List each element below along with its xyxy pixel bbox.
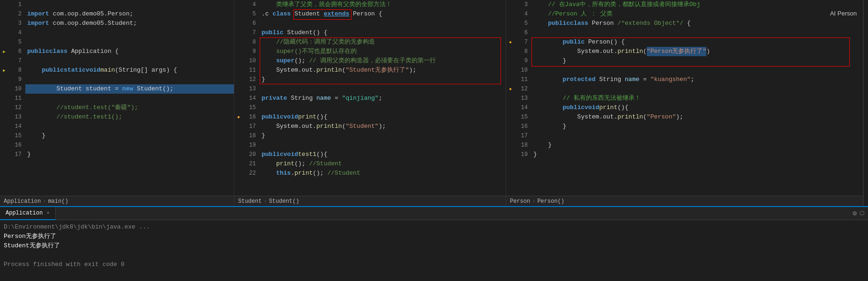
code-line: } (25, 150, 234, 159)
ln-5: 5 (10, 37, 22, 47)
mln-17: 17 (245, 122, 256, 131)
code-line: } (531, 150, 863, 159)
code-line: //隐藏代码：调用了父类的无参构造 (260, 37, 506, 47)
breadcrumb-sep-mid: › (263, 198, 267, 205)
code-line: } (531, 56, 863, 66)
mln-4: 4 (245, 0, 256, 9)
rsi-1 (506, 0, 515, 9)
right-scrollbar[interactable] (863, 0, 868, 206)
rln-15: 15 (516, 112, 528, 122)
code-line (25, 28, 234, 37)
code-line (25, 94, 234, 103)
output-line-student: Student无参执行了 (4, 241, 864, 250)
rsi-5: ● (506, 37, 515, 47)
rln-11: 11 (516, 75, 528, 84)
breadcrumb-student: Student (238, 198, 262, 205)
left-pane-footer: Application › main() (0, 196, 234, 206)
mid-si-9 (234, 75, 243, 84)
rln-12: 12 (516, 84, 528, 94)
mid-si-8 (234, 66, 243, 75)
rsi-9 (506, 75, 515, 84)
mln-13: 13 (245, 84, 256, 94)
tab-application-label: Application (6, 210, 43, 216)
ln-13: 13 (10, 112, 22, 122)
editor-area: ▶ ▶ 1 2 3 4 5 6 7 8 9 10 11 12 13 14 15 … (0, 0, 868, 206)
mid-si-3 (234, 19, 243, 28)
mln-15: 15 (245, 103, 256, 112)
ln-16: 16 (10, 140, 22, 150)
code-line: print(); //Student (260, 159, 506, 169)
left-line-numbers: 1 2 3 4 5 6 7 8 9 10 11 12 13 14 15 16 1… (8, 0, 25, 196)
mid-si-10 (234, 84, 243, 94)
ln-7: 7 (10, 56, 22, 66)
code-line (260, 19, 506, 28)
ln-2: 2 (10, 9, 22, 19)
code-line: public void print(){ (531, 103, 863, 112)
rln-17: 17 (516, 131, 528, 140)
rln-8: 8 (516, 47, 528, 56)
middle-pane: ● 4 5 6 7 8 9 10 11 12 13 14 15 (234, 0, 506, 206)
mln-16: 16 (245, 112, 256, 122)
ln-15: 15 (10, 131, 22, 140)
mln-20: 20 (245, 150, 256, 159)
rsi-4 (506, 28, 515, 37)
code-line (25, 140, 234, 150)
code-line: public void test1(){ (260, 150, 506, 159)
right-code-lines[interactable]: // 在Java中，所有的类，都默认直接或者间接继承Obj //Person 人… (531, 0, 863, 196)
rln-19: 19 (516, 150, 528, 159)
mid-si-4 (234, 28, 243, 37)
breakpoint-8: ▶ (0, 66, 8, 75)
code-line: public class Person /*extends Object*/ { (531, 19, 863, 28)
output-line-cmd: D:\Environment\jdk8\jdk\bin\java.exe ... (4, 222, 864, 231)
ai-person-label: AI Person (830, 10, 857, 17)
settings-gear-icon[interactable]: ⚙ (853, 209, 857, 217)
code-line (25, 56, 234, 66)
code-line (531, 84, 863, 94)
left-code-container: ▶ ▶ 1 2 3 4 5 6 7 8 9 10 11 12 13 14 15 … (0, 0, 234, 196)
code-line (25, 0, 234, 9)
mln-12: 12 (245, 75, 256, 84)
mln-18: 18 (245, 131, 256, 140)
output-student-text: Student无参执行了 (4, 241, 60, 250)
code-line: super(); // 调用父类的构造器，必须要在子类的第一行 (260, 56, 506, 66)
mln-7: 7 (245, 28, 256, 37)
breakpoint-1 (0, 0, 8, 9)
external-link-icon[interactable]: ⬡ (860, 210, 864, 217)
code-line: .c class Student extends Person { (260, 9, 506, 19)
mln-10: 10 (245, 56, 256, 66)
mid-si-16 (234, 140, 243, 150)
output-line-person: Person无参执行了 (4, 231, 864, 241)
middle-pane-footer: Student › Student() (234, 196, 506, 206)
breadcrumb-main: main() (48, 198, 68, 205)
tab-close-icon[interactable]: × (46, 210, 50, 216)
ln-11: 11 (10, 94, 22, 103)
rsi-3 (506, 19, 515, 28)
ln-1: 1 (10, 0, 22, 9)
tab-application[interactable]: Application × (0, 207, 56, 220)
rsi-6 (506, 47, 515, 56)
bottom-tabs: Application × ⚙ ⬡ (0, 207, 868, 220)
left-pane: ▶ ▶ 1 2 3 4 5 6 7 8 9 10 11 12 13 14 15 … (0, 0, 234, 206)
code-line: protected String name = "kuangshen"; (531, 75, 863, 84)
ln-4: 4 (10, 28, 22, 37)
mid-si-15 (234, 131, 243, 140)
code-line: } (260, 75, 506, 84)
code-line (531, 66, 863, 75)
mln-21: 21 (245, 159, 256, 169)
mid-dot: ● (234, 112, 243, 122)
code-line: import com.oop.demo05.Person; (25, 9, 234, 19)
code-line: System.out.println("Person无参执行了") (531, 47, 863, 56)
output-line-empty (4, 250, 864, 259)
code-line (260, 84, 506, 94)
middle-code-lines[interactable]: 类继承了父类，就会拥有父类的全部方法！ .c class Student ext… (260, 0, 506, 196)
left-code-lines[interactable]: import com.oop.demo05.Person; import com… (25, 0, 234, 196)
breakpoint-4 (0, 28, 8, 37)
breadcrumb-student-ctor: Student() (269, 198, 299, 205)
ln-10: 10 (10, 84, 22, 94)
rln-4: 4 (516, 9, 528, 19)
mid-si-2 (234, 9, 243, 19)
mid-si-19 (234, 169, 243, 178)
code-line: // 私有的东西无法被继承！ (531, 94, 863, 103)
breadcrumb-person-ctor: Person() (537, 198, 564, 205)
bottom-output: D:\Environment\jdk8\jdk\bin\java.exe ...… (0, 220, 868, 281)
